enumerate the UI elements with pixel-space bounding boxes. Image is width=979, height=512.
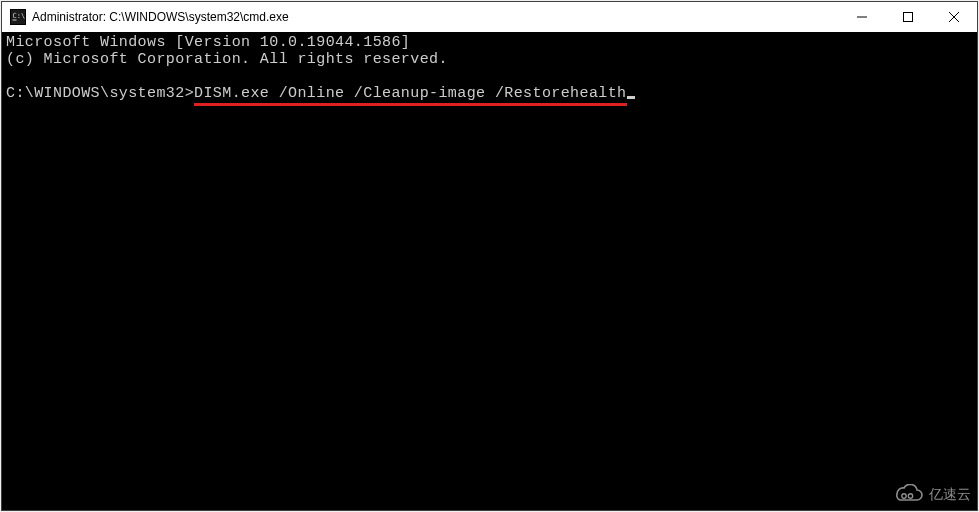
titlebar[interactable]: C:\ Administrator: C:\WINDOWS\system32\c… [2, 2, 977, 32]
svg-rect-3 [13, 20, 17, 21]
window-title: Administrator: C:\WINDOWS\system32\cmd.e… [32, 10, 289, 24]
version-line: Microsoft Windows [Version 10.0.19044.15… [6, 34, 410, 51]
command-input: DISM.exe /Online /Cleanup-image /Restore… [194, 85, 626, 106]
copyright-line: (c) Microsoft Corporation. All rights re… [6, 51, 448, 68]
maximize-button[interactable] [885, 2, 931, 32]
close-button[interactable] [931, 2, 977, 32]
minimize-button[interactable] [839, 2, 885, 32]
svg-text:C:\: C:\ [13, 12, 26, 20]
window-controls [839, 2, 977, 32]
svg-rect-4 [904, 13, 913, 22]
cmd-window: C:\ Administrator: C:\WINDOWS\system32\c… [1, 1, 978, 511]
cursor-icon [627, 96, 635, 99]
cmd-icon: C:\ [10, 9, 26, 25]
prompt-prefix: C:\WINDOWS\system32> [6, 85, 194, 102]
terminal-area[interactable]: Microsoft Windows [Version 10.0.19044.15… [2, 32, 977, 510]
